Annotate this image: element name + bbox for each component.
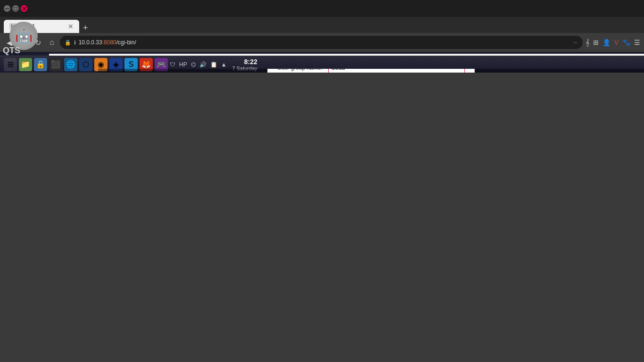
paw-icon[interactable]: 🐾 [622, 39, 630, 46]
address-bar[interactable]: 🔒 ℹ 10.0.0.33:8080/cgi-bin/ ··· [60, 36, 583, 49]
hp-taskbar-icon: HP [179, 61, 187, 68]
cp-main: ← Create a User 🔍 ❓ [98, 69, 644, 73]
toolbar-icons: 𝄞 ⊞ 👤 V 🐾 ☰ [586, 39, 640, 47]
taskbar-sys-icons: 🛡 HP ⌬ 🔊 📋 ▲ [170, 61, 227, 68]
network-taskbar-icon: ⌬ [191, 61, 196, 68]
cp-content: ⚙ System ◉ ◉ ◉ 👤 Privilege 🌐 Network & F… [49, 69, 644, 73]
reading-list-icon[interactable]: ⊞ [593, 39, 599, 46]
taskbar-app-vscode[interactable]: ⬡ [79, 58, 92, 71]
menu-icon[interactable]: ☰ [634, 39, 640, 46]
taskbar-time: 8:22 [244, 58, 257, 66]
taskbar-app-terminal[interactable]: ⬛ [49, 58, 62, 71]
vpn-icon[interactable]: V [614, 39, 619, 46]
create-user-group-dialog: Create a User Group ✕ User group name: F… [267, 69, 475, 73]
taskbar-app-files[interactable]: 📁 [19, 58, 32, 71]
volume-taskbar-icon[interactable]: 🔊 [199, 61, 206, 68]
user-group-name-input[interactable] [328, 69, 465, 73]
browser-minimize[interactable]: ─ [4, 5, 10, 12]
dialog-overlay: Create a User Group ✕ User group name: F… [98, 69, 644, 73]
dialog-body: User group name: [268, 69, 474, 73]
url-more-icon: ··· [573, 39, 578, 46]
extensions-icon[interactable]: 𝄞 [586, 39, 589, 47]
browser-tabs-bar: N nas01 ✕ + [0, 17, 644, 33]
clipboard-taskbar-icon[interactable]: 📋 [210, 61, 217, 68]
browser-toolbar: ◀ ▶ ↻ ⌂ 🔒 ℹ 10.0.0.33:8080/cgi-bin/ ··· … [0, 33, 644, 52]
browser-titlebar: ─ □ ✕ [0, 0, 644, 17]
qts-label: QTS [3, 46, 20, 56]
taskbar-app-browser[interactable]: 🌐 [64, 58, 77, 71]
profile-icon[interactable]: 👤 [603, 39, 611, 46]
taskbar-app-grid[interactable]: ⊞ [4, 58, 17, 71]
dialog-field: User group name: [277, 69, 465, 73]
home-button[interactable]: ⌂ [47, 36, 57, 49]
browser-maximize[interactable]: □ [12, 5, 19, 12]
taskbar-app-lock[interactable]: 🔒 [34, 58, 47, 71]
shield-taskbar-icon: 🛡 [170, 61, 175, 68]
security-icon: 🔒 [65, 40, 71, 46]
info-icon: ℹ [74, 40, 76, 46]
tab-close-button[interactable]: ✕ [68, 23, 74, 30]
browser-close[interactable]: ✕ [21, 5, 27, 12]
dialog-field-label: User group name: [277, 69, 322, 71]
desktop: ☰ ⊞ Control Panel ✕ 🔍 📋 🕐 ℹ 10+ 👤 admin▾… [0, 52, 644, 73]
up-arrow-taskbar-icon[interactable]: ▲ [221, 61, 227, 68]
url-text: 10.0.0.33:8080/cgi-bin/ [79, 39, 570, 46]
new-tab-button[interactable]: + [79, 23, 92, 33]
